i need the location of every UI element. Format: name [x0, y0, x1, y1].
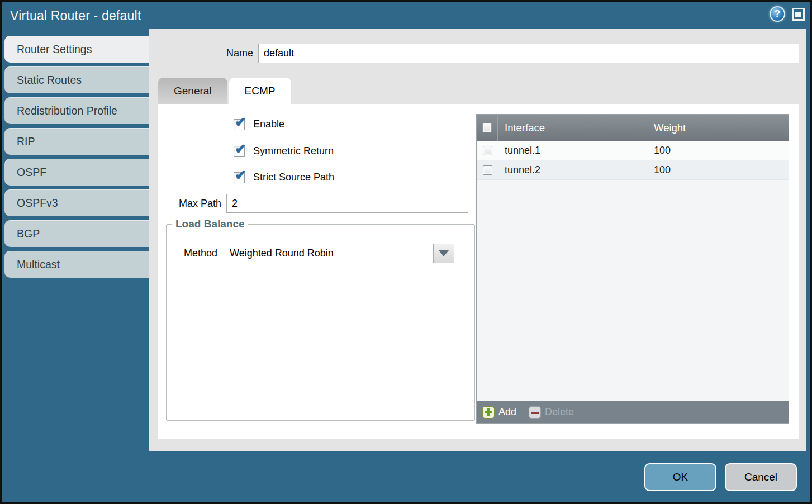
name-row: Name	[149, 44, 799, 63]
method-label: Method	[167, 248, 224, 259]
row-checkbox[interactable]	[483, 146, 492, 155]
sidebar-item-ospfv3[interactable]: OSPFv3	[4, 189, 149, 216]
method-value: Weighted Round Robin	[230, 248, 334, 259]
select-all-checkbox[interactable]	[482, 123, 492, 132]
delete-button[interactable]: Delete	[529, 406, 574, 419]
row-checkbox[interactable]	[483, 165, 492, 175]
sidebar-item-ospf[interactable]: OSPF	[4, 159, 149, 186]
cancel-button[interactable]: Cancel	[725, 463, 797, 491]
method-row: Method Weighted Round Robin	[167, 244, 474, 263]
row-checkbox-cell	[477, 165, 498, 175]
sidebar-item-multicast[interactable]: Multicast	[4, 251, 149, 278]
max-path-row: Max Path	[158, 194, 468, 213]
dialog-title: Virtual Router - default	[10, 8, 141, 23]
table-empty-area	[477, 180, 789, 401]
minus-icon	[529, 406, 541, 419]
symmetric-return-checkbox[interactable]	[234, 146, 245, 157]
method-dropdown-button[interactable]	[434, 244, 454, 263]
sidebar-item-static-routes[interactable]: Static Routes	[4, 66, 149, 93]
interface-weight-table: Interface Weight tunnel.1 100 tunnel.2 1…	[476, 114, 789, 424]
strict-source-path-checkbox[interactable]	[234, 172, 245, 183]
load-balance-fieldset: Load Balance Method Weighted Round Robin	[166, 218, 475, 421]
weight-cell[interactable]: 100	[647, 164, 789, 176]
strict-source-path-row: Strict Source Path	[234, 172, 334, 183]
tab-strip: General ECMP	[158, 78, 293, 104]
strict-source-path-label: Strict Source Path	[253, 172, 334, 183]
help-icon[interactable]: ?	[770, 6, 785, 22]
weight-cell[interactable]: 100	[647, 145, 789, 156]
main-panel: Name General ECMP Enable Symmetric Retur…	[149, 29, 806, 451]
interface-cell[interactable]: tunnel.2	[498, 164, 647, 176]
add-button[interactable]: Add	[482, 406, 516, 419]
delete-label: Delete	[545, 406, 574, 418]
max-path-input[interactable]	[226, 194, 468, 213]
name-input[interactable]	[258, 44, 799, 63]
restore-inner-rect	[795, 12, 801, 17]
sidebar: Router Settings Static Routes Redistribu…	[4, 36, 149, 282]
enable-row: Enable	[234, 118, 284, 130]
sidebar-item-rip[interactable]: RIP	[4, 128, 149, 155]
tab-ecmp[interactable]: ECMP	[229, 78, 291, 105]
weight-column-header[interactable]: Weight	[647, 115, 789, 141]
enable-label: Enable	[253, 118, 284, 130]
enable-checkbox[interactable]	[234, 119, 245, 130]
table-row[interactable]: tunnel.2 100	[477, 160, 789, 180]
ok-button[interactable]: OK	[644, 463, 716, 491]
tab-general[interactable]: General	[158, 78, 227, 104]
virtual-router-dialog: Virtual Router - default ? Router Settin…	[0, 0, 812, 504]
help-glyph: ?	[775, 8, 780, 20]
chevron-down-icon	[439, 250, 449, 256]
load-balance-legend: Load Balance	[172, 218, 248, 230]
ecmp-tab-panel: Enable Symmetric Return Strict Source Pa…	[158, 104, 799, 439]
interface-cell[interactable]: tunnel.1	[498, 145, 647, 156]
sidebar-item-redistribution-profile[interactable]: Redistribution Profile	[4, 97, 149, 124]
symmetric-return-row: Symmetric Return	[234, 145, 334, 157]
table-footer: Add Delete	[477, 401, 789, 423]
table-header: Interface Weight	[477, 115, 789, 141]
interface-column-header[interactable]: Interface	[498, 115, 647, 141]
restore-window-icon[interactable]	[792, 8, 805, 21]
sidebar-item-router-settings[interactable]: Router Settings	[4, 36, 149, 63]
max-path-label: Max Path	[158, 198, 226, 210]
symmetric-return-label: Symmetric Return	[253, 145, 334, 157]
titlebar: Virtual Router - default ?	[2, 2, 810, 30]
name-label: Name	[149, 47, 258, 59]
row-checkbox-cell	[477, 146, 498, 155]
method-dropdown[interactable]: Weighted Round Robin	[224, 244, 434, 263]
sidebar-item-bgp[interactable]: BGP	[4, 220, 149, 247]
plus-icon	[482, 406, 495, 419]
add-label: Add	[498, 406, 516, 418]
table-row[interactable]: tunnel.1 100	[477, 141, 789, 160]
select-all-cell	[477, 115, 498, 141]
